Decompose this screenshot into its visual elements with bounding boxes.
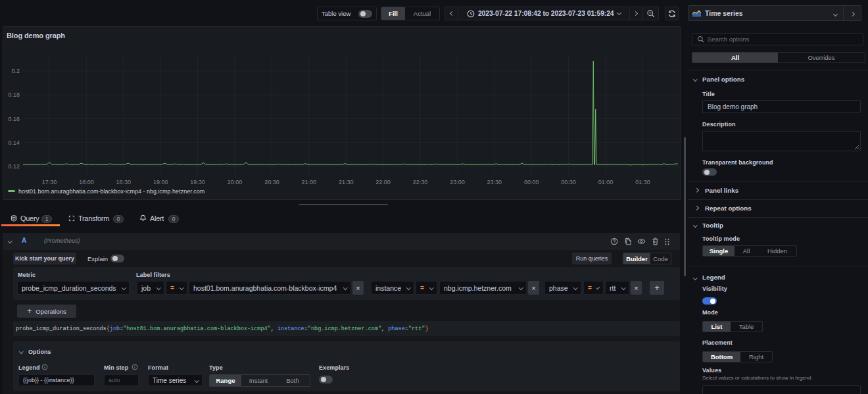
svg-text:23:30: 23:30 bbox=[487, 179, 502, 185]
svg-text:20:30: 20:30 bbox=[264, 179, 279, 185]
svg-text:0.14: 0.14 bbox=[8, 139, 20, 146]
svg-text:0.16: 0.16 bbox=[8, 116, 20, 122]
svg-text:0.12: 0.12 bbox=[8, 163, 20, 170]
svg-text:0.2: 0.2 bbox=[11, 68, 20, 74]
svg-text:21:30: 21:30 bbox=[339, 179, 354, 185]
svg-text:22:30: 22:30 bbox=[413, 179, 428, 185]
svg-text:20:00: 20:00 bbox=[228, 179, 243, 185]
svg-text:00:30: 00:30 bbox=[561, 179, 576, 185]
svg-text:01:30: 01:30 bbox=[635, 179, 650, 185]
svg-text:0.18: 0.18 bbox=[8, 91, 20, 98]
svg-text:19:30: 19:30 bbox=[190, 179, 205, 185]
svg-text:19:00: 19:00 bbox=[153, 179, 168, 185]
svg-text:23:00: 23:00 bbox=[450, 179, 465, 185]
svg-text:22:00: 22:00 bbox=[375, 179, 391, 185]
svg-text:17:30: 17:30 bbox=[42, 179, 57, 185]
svg-text:21:00: 21:00 bbox=[302, 179, 317, 185]
svg-text:18:00: 18:00 bbox=[79, 179, 94, 185]
svg-text:18:30: 18:30 bbox=[116, 179, 132, 185]
svg-text:01:00: 01:00 bbox=[598, 179, 614, 185]
svg-text:00:00: 00:00 bbox=[524, 179, 539, 185]
